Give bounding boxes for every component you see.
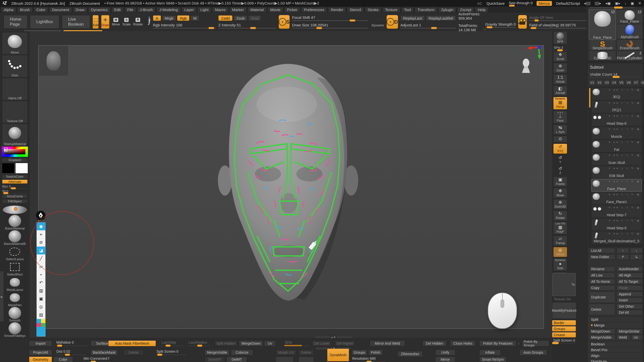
- lazyradius-slider[interactable]: LazyRadius: [188, 340, 211, 346]
- menu-item[interactable]: Render: [328, 7, 346, 13]
- del-hidden-button[interactable]: Del Hidden: [423, 340, 447, 346]
- pen-tool-button[interactable]: ▥: [37, 287, 45, 295]
- projectall-button[interactable]: ProjectAll: [29, 349, 52, 355]
- pen-color-button[interactable]: [37, 327, 45, 336]
- right-shelf-button[interactable]: ✥ Move: [553, 188, 567, 198]
- tool-pm3d-cylinder[interactable]: 2PM3D_Cylinder3: [617, 51, 643, 61]
- tray-selector[interactable]: Move: [2, 32, 28, 55]
- live-boolean-button[interactable]: Live Boolean: [62, 15, 90, 29]
- dynamic-brush-icon[interactable]: ＋D: [387, 15, 398, 29]
- auto-mask-fibermesh-button[interactable]: Auto Mask FiberMesh: [108, 340, 156, 346]
- duplicate-button[interactable]: Duplicate: [589, 291, 615, 303]
- copy-button[interactable]: Copy: [589, 285, 615, 291]
- angle-of-view-slider[interactable]: Angle Of View: [529, 15, 592, 21]
- distribute-section[interactable]: Distribute: [588, 358, 642, 362]
- current-material-icon[interactable]: ʃ: [148, 16, 150, 28]
- menu-item[interactable]: Dynamics: [88, 7, 110, 13]
- right-shelf-button[interactable]: ↺ Z: [553, 166, 567, 175]
- tray-shortcut[interactable]: MaskPen: [2, 292, 27, 307]
- uv-button[interactable]: Uv: [264, 340, 276, 346]
- visible-count-slider[interactable]: Visible Count 14: [590, 72, 640, 77]
- subtool-row-icons[interactable]: ▾ ●● ◗ ◑ ✎ ◉: [609, 154, 640, 157]
- mergevisible-button[interactable]: MergeVisible: [205, 349, 230, 355]
- groups-button[interactable]: Groups: [552, 326, 576, 331]
- subtool-row[interactable]: ▾ ●● ◗ ◑ ✎ ◉ Face_Plane1: [591, 192, 642, 205]
- rf-slider[interactable]: Rf 0: [2, 189, 27, 193]
- main-color-swatch[interactable]: [2, 163, 14, 173]
- right-shelf-button[interactable]: ◍ Ghost: [553, 247, 567, 257]
- subtool-row[interactable]: ▾ ●● ◗ ◑ ✎ ◉ Merged_Skull-decimation2_5: [591, 231, 642, 244]
- subtool-row[interactable]: ▾ ●● ◗ ◑ ✎ ◉ 29강1: [591, 101, 642, 113]
- storemt-button[interactable]: StoreMT: [205, 356, 225, 362]
- adjust-last-slider[interactable]: AdjustLast 1: [400, 23, 456, 28]
- smart-resym-button[interactable]: Smart ReSym: [479, 356, 506, 362]
- divider-left-icon[interactable]: ◂||||: [584, 1, 591, 5]
- camera-view-head-icon[interactable]: [521, 57, 531, 73]
- menu-item[interactable]: J-Brush: [137, 7, 156, 13]
- del-higher-button[interactable]: Del Higher: [335, 340, 355, 346]
- right-shelf-button[interactable]: 1:1 Actual: [553, 74, 567, 84]
- right-shelf-button[interactable]: BPR: [553, 31, 567, 44]
- scale-mode-button[interactable]: SScale: [122, 18, 131, 26]
- subtool-row[interactable]: ▾ ●● ◗ ◑ ✎ ◉ Face_Plane: [591, 179, 642, 192]
- tray-selector[interactable]: Alpha Off: [2, 78, 28, 100]
- right-shelf-button[interactable]: ↹ L.Sym: [553, 124, 567, 135]
- right-shelf-button[interactable]: SPix 3: [553, 45, 567, 51]
- m-button[interactable]: M: [190, 15, 199, 21]
- tray-shortcut[interactable]: SelectLasso: [2, 246, 27, 261]
- weld-button[interactable]: Weld: [617, 335, 630, 340]
- mrgb-button[interactable]: Mrgb: [162, 15, 176, 21]
- menu-item[interactable]: J-Modeling: [156, 7, 180, 13]
- menu-item[interactable]: Color: [34, 7, 48, 13]
- menus-button[interactable]: Menus: [537, 1, 552, 6]
- subtool-row-icons[interactable]: ▾ ●● ◗ ◑ ✎ ◉: [609, 193, 640, 196]
- color-picker[interactable]: [2, 147, 28, 157]
- polish-by-groups-button[interactable]: Polish By Groups: [522, 340, 549, 346]
- merge-down-button[interactable]: MergeDown: [589, 329, 615, 334]
- menu-item[interactable]: Layer: [182, 7, 197, 13]
- home-page-button[interactable]: Home Page: [4, 15, 27, 29]
- tool-simplebrush[interactable]: SSimpleBrush: [589, 40, 616, 51]
- mirror-and-weld-button[interactable]: Mirror And Weld: [370, 340, 405, 346]
- subtool-row-icons[interactable]: ▾ ●● ◗ ◑ ✎ ◉: [609, 167, 640, 170]
- draw-mode-button[interactable]: ✛ Draw: [101, 15, 109, 29]
- mask-by-feature-button[interactable]: MaskByFeature: [552, 302, 576, 319]
- tray-shortcut[interactable]: Smooth: [2, 307, 27, 322]
- polish-by-features-button[interactable]: Polish By Features: [479, 340, 516, 346]
- right-shelf-button[interactable]: ✥ Scroll: [553, 52, 567, 62]
- tool-scrollbar[interactable]: [589, 7, 635, 8]
- inflate-button[interactable]: Inflate: [479, 349, 501, 355]
- right-shelf-button[interactable]: ↺ Y: [553, 155, 567, 165]
- menu-item[interactable]: Macro: [212, 7, 228, 13]
- move-down-button[interactable]: ↓: [630, 248, 643, 253]
- menu-item[interactable]: Alpha: [1, 7, 16, 13]
- divider-right-icon[interactable]: ||||▸: [595, 1, 601, 5]
- autoreorder-button[interactable]: AutoReorder: [617, 266, 643, 272]
- subtool-row-icons[interactable]: ▾ ●● ◗ ◑ ✎ ◉: [609, 219, 640, 222]
- close-button[interactable]: ✕: [638, 1, 641, 5]
- auto-groups-button[interactable]: Auto Groups: [519, 349, 547, 355]
- z-intensity-slider[interactable]: Z Intensity 51: [218, 23, 276, 28]
- subtool-row[interactable]: ▾ ●● ◗ ◑ ✎ ◉ Edit Skull: [591, 166, 642, 178]
- merge-visible-button[interactable]: MergeVisible: [589, 335, 615, 340]
- layout-left-icon[interactable]: ◂▣: [606, 1, 611, 5]
- subtool-version-tab[interactable]: V6: [625, 80, 632, 85]
- right-shelf-button[interactable]: ◧ AAHalf: [553, 85, 567, 96]
- subtool-row-icons[interactable]: ▾ ●● ◗ ◑ ✎ ◉: [609, 141, 640, 144]
- sculpt-head-model[interactable]: [199, 60, 377, 314]
- del-all-button[interactable]: Del All: [617, 310, 643, 315]
- dynamesh-button[interactable]: DynaMesh: [327, 348, 349, 361]
- fillobject-button[interactable]: FillObject: [2, 199, 28, 203]
- right-shelf-button[interactable]: ⊕ Zoom: [553, 63, 567, 73]
- split-screen-slider[interactable]: Split Screen 0: [552, 338, 576, 343]
- merge-similar-button[interactable]: MergeSimilar: [617, 329, 643, 334]
- current-alpha-icon[interactable]: [145, 16, 146, 27]
- move-up-button[interactable]: ↑: [617, 248, 629, 253]
- right-shelf-button[interactable]: Dynamic ▦ Persp: [553, 97, 567, 110]
- accucurve-button[interactable]: AccuCurve: [2, 194, 28, 198]
- right-shelf-button[interactable]: ▣ Frame: [553, 176, 567, 187]
- zadd-button[interactable]: Zadd: [218, 15, 232, 21]
- all-to-home-button[interactable]: All To Home: [589, 279, 615, 284]
- move-in-button[interactable]: ↱: [617, 254, 629, 260]
- rotate-mode-button[interactable]: RRotate: [133, 18, 143, 26]
